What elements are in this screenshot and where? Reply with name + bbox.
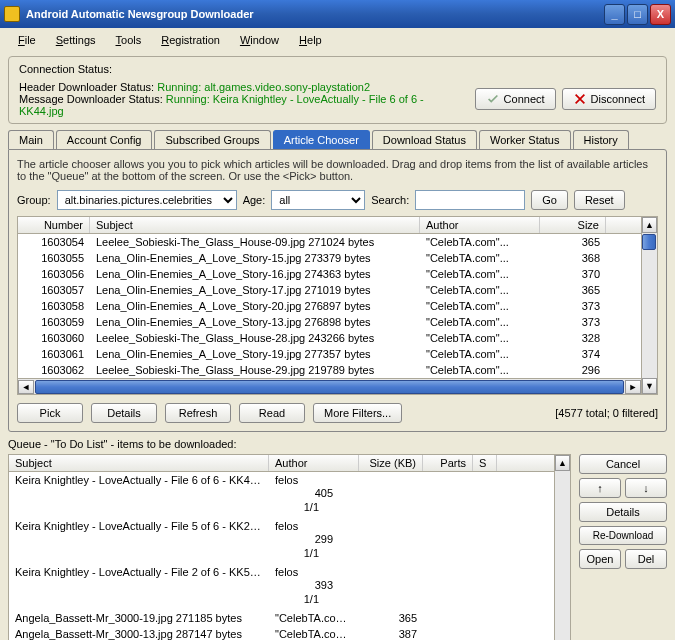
move-down-button[interactable]: ↓	[625, 478, 667, 498]
search-input[interactable]	[415, 190, 525, 210]
disconnect-button[interactable]: Disconnect	[562, 88, 656, 110]
connection-heading: Connection Status:	[19, 63, 656, 75]
col-subject[interactable]: Subject	[90, 217, 420, 233]
menu-tools[interactable]: Tools	[108, 32, 150, 48]
pick-button[interactable]: Pick	[17, 403, 83, 423]
close-button[interactable]: X	[650, 4, 671, 25]
scroll-right-icon[interactable]: ►	[625, 380, 641, 394]
filter-status-text: [4577 total; 0 filtered]	[555, 407, 658, 419]
qcol-s[interactable]: S	[473, 455, 497, 471]
tab-account-config[interactable]: Account Config	[56, 130, 153, 149]
tab-article-chooser[interactable]: Article Chooser	[273, 130, 370, 149]
table-row[interactable]: 1603059Lena_Olin-Enemies_A_Love_Story-13…	[18, 314, 641, 330]
table-row[interactable]: 1603057Lena_Olin-Enemies_A_Love_Story-17…	[18, 282, 641, 298]
open-button[interactable]: Open	[579, 549, 621, 569]
queue-details-button[interactable]: Details	[579, 502, 667, 522]
table-row[interactable]: 1603056Lena_Olin-Enemies_A_Love_Story-16…	[18, 266, 641, 282]
menu-settings[interactable]: Settings	[48, 32, 104, 48]
table-row[interactable]: Keira Knightley - LoveActually - File 2 …	[9, 564, 554, 610]
queue-header: Subject Author Size (KB) Parts S	[8, 454, 555, 472]
table-row[interactable]: Angela_Bassett-Mr_3000-19.jpg 271185 byt…	[9, 610, 554, 626]
check-icon	[486, 92, 500, 106]
connect-button[interactable]: Connect	[475, 88, 556, 110]
menu-registration[interactable]: Registration	[153, 32, 228, 48]
tab-worker-status[interactable]: Worker Status	[479, 130, 571, 149]
tab-main[interactable]: Main	[8, 130, 54, 149]
table-row[interactable]: Keira Knightley - LoveActually - File 5 …	[9, 518, 554, 564]
table-row[interactable]: 1603061Lena_Olin-Enemies_A_Love_Story-19…	[18, 346, 641, 362]
app-icon	[4, 6, 20, 22]
col-number[interactable]: Number	[18, 217, 90, 233]
go-button[interactable]: Go	[531, 190, 568, 210]
age-label: Age:	[243, 194, 266, 206]
redownload-button[interactable]: Re-Download	[579, 526, 667, 545]
table-row[interactable]: 1603058Lena_Olin-Enemies_A_Love_Story-20…	[18, 298, 641, 314]
queue-vscroll[interactable]: ▲ ▼	[555, 454, 571, 640]
table-row[interactable]: Keira Knightley - LoveActually - File 6 …	[9, 472, 554, 518]
read-button[interactable]: Read	[239, 403, 305, 423]
queue-heading: Queue - "To Do List" - items to be downl…	[8, 438, 667, 450]
menu-window[interactable]: Window	[232, 32, 287, 48]
group-label: Group:	[17, 194, 51, 206]
table-row[interactable]: 1603062Leelee_Sobieski-The_Glass_House-2…	[18, 362, 641, 378]
article-chooser-panel: The article chooser allows you you to pi…	[8, 149, 667, 432]
articles-header: Number Subject Author Size	[17, 216, 642, 234]
instructions-text: The article chooser allows you you to pi…	[17, 158, 658, 182]
tab-download-status[interactable]: Download Status	[372, 130, 477, 149]
qcol-subject[interactable]: Subject	[9, 455, 269, 471]
articles-vscroll[interactable]: ▲ ▼	[642, 216, 658, 395]
queue-body: Keira Knightley - LoveActually - File 6 …	[8, 472, 555, 640]
scroll-up-icon[interactable]: ▲	[642, 217, 657, 233]
hdr-dl-status: Running: alt.games.video.sony-playstatio…	[157, 81, 370, 93]
scroll-down-icon[interactable]: ▼	[642, 378, 657, 394]
tab-strip: Main Account Config Subscribed Groups Ar…	[8, 130, 667, 149]
x-icon	[573, 92, 587, 106]
connection-panel: Connection Status: Header Downloader Sta…	[8, 56, 667, 124]
details-button[interactable]: Details	[91, 403, 157, 423]
search-label: Search:	[371, 194, 409, 206]
window-title: Android Automatic Newsgroup Downloader	[26, 8, 604, 20]
col-size[interactable]: Size	[540, 217, 606, 233]
refresh-button[interactable]: Refresh	[165, 403, 231, 423]
hdr-dl-label: Header Downloader Status:	[19, 81, 154, 93]
articles-body: 1603054Leelee_Sobieski-The_Glass_House-0…	[17, 234, 642, 379]
table-row[interactable]: Angela_Bassett-Mr_3000-13.jpg 287147 byt…	[9, 626, 554, 640]
scroll-thumb[interactable]	[35, 380, 624, 394]
age-select[interactable]: all	[271, 190, 365, 210]
cancel-button[interactable]: Cancel	[579, 454, 667, 474]
more-filters-button[interactable]: More Filters...	[313, 403, 402, 423]
msg-dl-label: Message Downloader Status:	[19, 93, 163, 105]
table-row[interactable]: 1603054Leelee_Sobieski-The_Glass_House-0…	[18, 234, 641, 250]
menu-file[interactable]: File	[10, 32, 44, 48]
articles-hscroll[interactable]: ◄ ►	[17, 379, 642, 395]
move-up-button[interactable]: ↑	[579, 478, 621, 498]
group-select[interactable]: alt.binaries.pictures.celebrities	[57, 190, 237, 210]
tab-subscribed-groups[interactable]: Subscribed Groups	[154, 130, 270, 149]
table-row[interactable]: 1603060Leelee_Sobieski-The_Glass_House-2…	[18, 330, 641, 346]
qcol-author[interactable]: Author	[269, 455, 359, 471]
col-author[interactable]: Author	[420, 217, 540, 233]
del-button[interactable]: Del	[625, 549, 667, 569]
qcol-size[interactable]: Size (KB)	[359, 455, 423, 471]
minimize-button[interactable]: _	[604, 4, 625, 25]
menu-help[interactable]: Help	[291, 32, 330, 48]
reset-button[interactable]: Reset	[574, 190, 625, 210]
vscroll-thumb[interactable]	[642, 234, 656, 250]
menubar: File Settings Tools Registration Window …	[0, 28, 675, 52]
qcol-parts[interactable]: Parts	[423, 455, 473, 471]
maximize-button[interactable]: □	[627, 4, 648, 25]
tab-history[interactable]: History	[573, 130, 629, 149]
scroll-up-icon[interactable]: ▲	[555, 455, 570, 471]
scroll-left-icon[interactable]: ◄	[18, 380, 34, 394]
table-row[interactable]: 1603055Lena_Olin-Enemies_A_Love_Story-15…	[18, 250, 641, 266]
titlebar: Android Automatic Newsgroup Downloader _…	[0, 0, 675, 28]
